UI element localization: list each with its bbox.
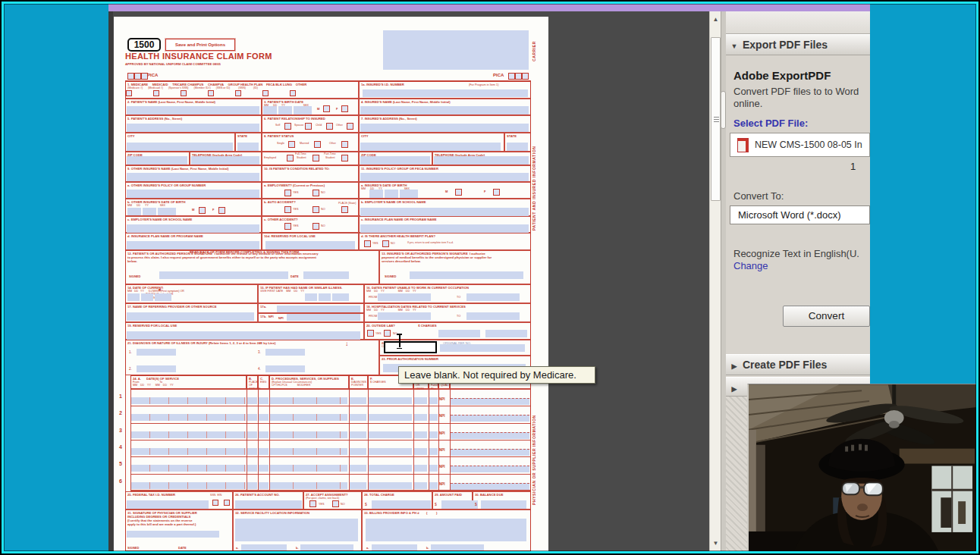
- form-field[interactable]: [143, 208, 156, 215]
- form-checkbox[interactable]: [235, 90, 241, 96]
- service-field[interactable]: [369, 465, 412, 472]
- service-field[interactable]: [350, 465, 366, 472]
- form-field[interactable]: [127, 173, 259, 181]
- service-field[interactable]: [259, 465, 269, 472]
- form-field[interactable]: [440, 344, 525, 352]
- form-field[interactable]: [235, 519, 358, 541]
- service-field[interactable]: [247, 482, 257, 489]
- form-checkbox[interactable]: [284, 223, 291, 230]
- form-field[interactable]: [127, 241, 259, 249]
- form-field[interactable]: [127, 224, 259, 233]
- convert-button[interactable]: Convert: [783, 306, 870, 327]
- form-checkbox[interactable]: [493, 189, 500, 196]
- service-field[interactable]: [259, 397, 269, 404]
- form-field[interactable]: [127, 143, 233, 151]
- form-checkbox[interactable]: [384, 330, 391, 337]
- service-field[interactable]: [131, 397, 246, 404]
- form-checkbox[interactable]: [347, 123, 353, 130]
- form-field[interactable]: [294, 106, 312, 114]
- form-field[interactable]: [363, 89, 528, 97]
- form-checkbox[interactable]: [290, 90, 296, 96]
- form-field[interactable]: [127, 156, 187, 165]
- change-link[interactable]: Change: [733, 260, 768, 271]
- service-field[interactable]: [350, 448, 366, 455]
- form-field[interactable]: [372, 500, 431, 509]
- service-field[interactable]: [131, 431, 246, 438]
- service-field[interactable]: [350, 397, 366, 404]
- form-checkbox[interactable]: [313, 223, 319, 230]
- service-field[interactable]: [451, 483, 529, 490]
- format-dropdown[interactable]: Microsoft Word (*.docx): [730, 205, 870, 224]
- service-field[interactable]: [259, 414, 269, 421]
- selected-file-box[interactable]: NEW CMS-1500 08-05 In: [730, 133, 870, 157]
- service-field[interactable]: [414, 448, 427, 455]
- service-field[interactable]: [350, 414, 366, 421]
- form-field[interactable]: [127, 293, 140, 301]
- form-field[interactable]: [127, 312, 254, 321]
- form-field[interactable]: [127, 124, 259, 132]
- form-field[interactable]: [372, 544, 417, 550]
- form-checkbox[interactable]: [522, 73, 529, 80]
- service-field[interactable]: [369, 414, 412, 421]
- form-checkbox[interactable]: [326, 123, 333, 130]
- service-field[interactable]: [270, 448, 347, 455]
- form-field[interactable]: [127, 208, 141, 215]
- form-field[interactable]: [360, 124, 529, 132]
- form-checkbox[interactable]: [126, 90, 132, 96]
- service-field[interactable]: [131, 482, 246, 489]
- form-field[interactable]: [263, 106, 277, 114]
- form-checkbox[interactable]: [515, 73, 522, 80]
- save-print-options-button[interactable]: Save and Print Options: [165, 39, 235, 51]
- form-field[interactable]: [466, 312, 520, 320]
- service-field[interactable]: [414, 465, 427, 472]
- service-field[interactable]: [259, 448, 269, 455]
- service-field[interactable]: [350, 482, 366, 489]
- form-field[interactable]: [434, 156, 529, 165]
- form-field[interactable]: [507, 143, 528, 151]
- form-field[interactable]: [332, 293, 349, 301]
- form-field[interactable]: [235, 500, 302, 509]
- form-checkbox[interactable]: [341, 141, 348, 148]
- form-checkbox[interactable]: [127, 73, 134, 80]
- form-field[interactable]: [137, 349, 176, 356]
- form-checkbox[interactable]: [284, 206, 291, 213]
- service-field[interactable]: [270, 397, 347, 404]
- form-checkbox[interactable]: [364, 240, 371, 247]
- panel-collapse-handle[interactable]: [721, 91, 726, 129]
- service-field[interactable]: [270, 482, 347, 489]
- service-field[interactable]: [131, 414, 246, 421]
- form-field[interactable]: [141, 293, 153, 301]
- form-checkbox[interactable]: [313, 206, 319, 213]
- scroll-down-icon[interactable]: ▼: [710, 537, 721, 550]
- form-field[interactable]: [438, 330, 480, 337]
- service-field[interactable]: [247, 397, 257, 404]
- form-field[interactable]: [481, 500, 526, 509]
- form-field[interactable]: [385, 190, 398, 198]
- form-checkbox[interactable]: [382, 240, 389, 247]
- create-pdf-section-header[interactable]: ▶Create PDF Files: [726, 354, 870, 375]
- service-field[interactable]: [414, 414, 427, 421]
- form-field[interactable]: [300, 544, 353, 550]
- form-checkbox[interactable]: [309, 500, 316, 507]
- form-field[interactable]: [366, 519, 526, 541]
- form-field[interactable]: [265, 365, 305, 372]
- form-checkbox[interactable]: [284, 123, 291, 130]
- form-checkbox[interactable]: [199, 207, 206, 214]
- form-field[interactable]: [241, 544, 287, 550]
- service-field[interactable]: [429, 465, 438, 472]
- form-checkbox[interactable]: [367, 330, 374, 337]
- service-field[interactable]: [369, 431, 412, 438]
- service-field[interactable]: [259, 482, 269, 489]
- service-field[interactable]: [429, 397, 438, 404]
- form-field[interactable]: [378, 293, 431, 301]
- service-field[interactable]: [247, 431, 257, 438]
- service-field[interactable]: [451, 415, 529, 422]
- form-checkbox[interactable]: [134, 73, 141, 80]
- form-checkbox[interactable]: [323, 105, 330, 112]
- form-field[interactable]: [360, 208, 529, 216]
- service-field[interactable]: [451, 449, 529, 456]
- form-field[interactable]: [360, 156, 430, 165]
- medicaid-resubmission-code-field[interactable]: [384, 341, 437, 353]
- form-field[interactable]: [303, 271, 349, 279]
- form-checkbox[interactable]: [262, 90, 269, 96]
